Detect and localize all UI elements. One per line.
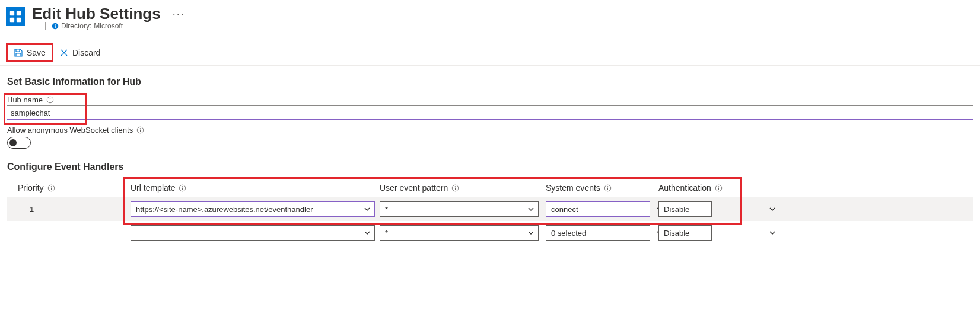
svg-rect-3: [17, 18, 21, 22]
col-priority: Priority: [18, 183, 131, 193]
url-template-input[interactable]: [131, 201, 375, 217]
handlers-table: Priority Url template User event pattern…: [7, 181, 973, 245]
hub-icon: [6, 7, 25, 26]
info-icon[interactable]: [47, 184, 55, 192]
discard-label: Discard: [72, 48, 100, 57]
info-icon[interactable]: [451, 184, 459, 192]
user-event-pattern-input[interactable]: [380, 201, 539, 217]
svg-rect-2: [10, 18, 14, 22]
info-icon[interactable]: [46, 96, 54, 104]
allow-anon-toggle[interactable]: [7, 137, 31, 149]
svg-rect-19: [182, 187, 183, 190]
svg-point-20: [182, 186, 183, 187]
svg-rect-13: [140, 130, 141, 132]
table-row: [7, 221, 973, 245]
svg-rect-0: [10, 11, 14, 15]
col-user-event-pattern: User event pattern: [380, 183, 546, 193]
page-title: Edit Hub Settings: [32, 5, 161, 23]
user-event-pattern-input[interactable]: [380, 225, 539, 241]
hub-name-label: Hub name: [7, 95, 973, 104]
directory-value: Microsoft: [94, 22, 123, 30]
directory-label: Directory:: [61, 22, 91, 30]
chevron-down-icon[interactable]: [523, 206, 538, 213]
info-icon[interactable]: [136, 126, 144, 134]
authentication-select[interactable]: [658, 225, 712, 241]
svg-point-26: [607, 186, 608, 187]
svg-point-11: [50, 98, 50, 98]
chevron-down-icon[interactable]: [523, 229, 538, 236]
priority-cell: 1: [18, 205, 131, 214]
svg-rect-10: [50, 100, 50, 102]
hub-name-input[interactable]: [7, 105, 973, 120]
discard-button[interactable]: Discard: [53, 43, 106, 62]
chevron-down-icon[interactable]: [768, 229, 776, 236]
system-events-select[interactable]: [546, 225, 650, 241]
info-icon[interactable]: [715, 184, 723, 192]
info-icon[interactable]: [179, 184, 186, 192]
svg-point-17: [50, 186, 51, 187]
svg-rect-16: [51, 187, 52, 190]
save-button[interactable]: Save: [6, 43, 53, 62]
allow-anon-label: Allow anonymous WebSocket clients: [7, 126, 973, 134]
command-toolbar: Save Discard: [0, 40, 980, 66]
svg-point-14: [140, 128, 141, 129]
svg-rect-1: [17, 11, 21, 15]
directory-breadcrumb: Directory: Microsoft: [32, 22, 185, 30]
svg-rect-25: [607, 187, 608, 190]
page-header: Edit Hub Settings ··· Directory: Microso…: [0, 0, 980, 30]
svg-rect-22: [455, 187, 456, 190]
chevron-down-icon[interactable]: [359, 206, 374, 213]
url-template-input[interactable]: [131, 225, 375, 241]
col-system-events: System events: [546, 183, 658, 193]
chevron-down-icon[interactable]: [768, 206, 776, 213]
system-events-select[interactable]: [546, 201, 650, 217]
table-row: 1: [7, 197, 973, 221]
save-label: Save: [27, 48, 46, 57]
svg-point-29: [718, 186, 719, 187]
info-icon: [52, 23, 59, 30]
more-icon[interactable]: ···: [173, 8, 185, 20]
svg-point-23: [455, 186, 456, 187]
col-url-template: Url template: [131, 183, 380, 193]
handlers-section-title: Configure Event Handlers: [7, 162, 973, 172]
authentication-select[interactable]: [658, 201, 712, 217]
info-icon[interactable]: [604, 184, 612, 192]
svg-point-6: [55, 24, 56, 25]
chevron-down-icon[interactable]: [359, 229, 374, 236]
basic-section-title: Set Basic Information for Hub: [7, 76, 973, 87]
col-authentication: Authentication: [658, 183, 742, 193]
svg-rect-28: [718, 187, 719, 190]
svg-rect-5: [55, 25, 56, 28]
